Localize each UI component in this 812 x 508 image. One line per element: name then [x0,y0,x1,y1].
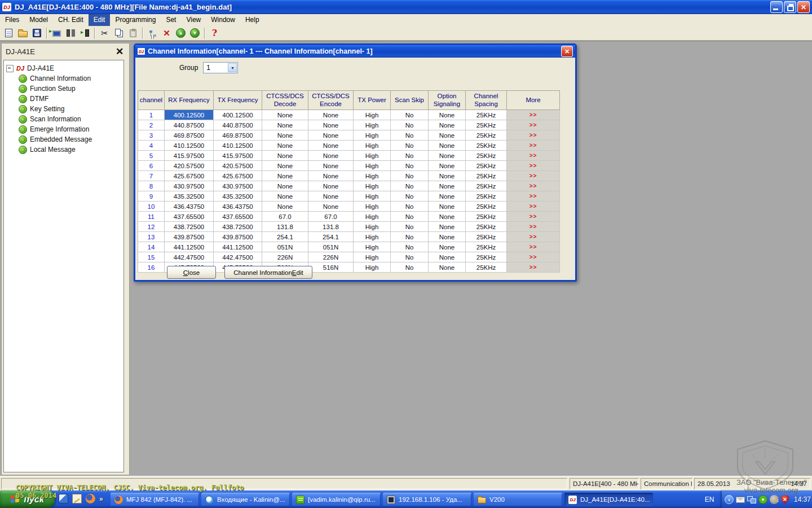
taskbar-button-vadim-kalinin-qip-ru[interactable]: [vadim.kalinin@qip.ru... [292,493,381,506]
table-cell[interactable]: None [429,151,466,161]
table-cell[interactable]: None [429,161,466,171]
table-cell[interactable]: None [429,222,466,232]
table-cell[interactable]: None [308,181,354,191]
more-cell[interactable]: >> [507,120,560,130]
table-cell[interactable]: None [429,232,466,242]
dialog-close-icon[interactable]: ✕ [561,46,573,57]
table-cell[interactable]: None [262,191,308,202]
table-cell[interactable]: 439.87500 [214,232,262,242]
menu-item-model[interactable]: Model [24,14,53,26]
read-from-pc-button[interactable] [50,27,64,40]
save-button[interactable] [30,27,44,40]
quick-launch-overflow-icon[interactable]: » [99,495,103,503]
table-cell[interactable]: 051N [262,242,308,252]
table-cell[interactable]: 438.72500 [214,222,262,232]
table-cell[interactable]: No [391,161,429,171]
column-header-channel[interactable]: channel [138,91,165,110]
table-cell[interactable]: 425.67500 [165,171,214,181]
table-cell[interactable]: No [391,181,429,191]
table-cell[interactable]: 25KHz [466,181,507,191]
more-cell[interactable]: >> [507,202,560,212]
table-cell[interactable]: None [308,120,354,130]
cut-button[interactable]: ✂ [98,27,112,40]
table-cell[interactable]: 420.57500 [214,161,262,171]
more-cell[interactable]: >> [507,141,560,151]
table-cell[interactable]: 400.12500 [165,110,214,120]
table-cell[interactable]: 469.87500 [214,130,262,141]
table-cell[interactable]: 25KHz [466,110,507,120]
tree-item-local-message[interactable]: Local Message [19,144,122,155]
table-cell[interactable]: None [308,161,354,171]
table-cell[interactable]: High [354,191,391,202]
table-cell[interactable]: 25KHz [466,161,507,171]
table-cell[interactable]: 415.97500 [214,151,262,161]
column-header-tx-power[interactable]: TX Power [354,91,391,110]
table-cell[interactable]: 7 [138,171,165,181]
table-cell[interactable]: None [262,202,308,212]
table-cell[interactable]: 420.57500 [165,161,214,171]
table-cell[interactable]: 254.1 [308,232,354,242]
table-cell[interactable]: High [354,262,391,273]
table-cell[interactable]: 440.87500 [165,120,214,130]
table-cell[interactable]: None [262,181,308,191]
table-cell[interactable]: 436.43750 [165,202,214,212]
move-up-button[interactable]: ▲ [174,27,188,40]
table-cell[interactable]: None [262,130,308,141]
column-header-rx-frequency[interactable]: RX Frequency [165,91,214,110]
table-cell[interactable]: 10 [138,202,165,212]
table-cell[interactable]: High [354,171,391,181]
table-cell[interactable]: 442.47500 [214,252,262,262]
tree-view-button[interactable] [145,27,160,40]
table-cell[interactable]: 425.67500 [214,171,262,181]
menu-item-help[interactable]: Help [240,14,264,26]
tree-root-dj-a41e[interactable]: DJDJ-A41E [5,63,122,73]
table-cell[interactable]: None [429,262,466,273]
table-cell[interactable]: No [391,242,429,252]
menu-item-programming[interactable]: Programming [110,14,161,26]
table-cell[interactable]: None [429,242,466,252]
more-cell[interactable]: >> [507,222,560,232]
table-cell[interactable]: 4 [138,141,165,151]
table-cell[interactable]: 11 [138,212,165,222]
column-header-ctcss-dcs-encode[interactable]: CTCSS/DCS Encode [308,91,354,110]
table-cell[interactable]: 16 [138,262,165,273]
table-cell[interactable]: High [354,141,391,151]
table-cell[interactable]: 131.8 [262,222,308,232]
tree-item-channel-information[interactable]: Channel Information [19,73,122,84]
table-cell[interactable]: 25KHz [466,262,507,273]
table-cell[interactable]: 131.8 [308,222,354,232]
table-cell[interactable]: No [391,171,429,181]
table-cell[interactable]: None [262,151,308,161]
network-icon[interactable] [747,495,756,504]
menu-item-edit[interactable]: Edit [89,14,111,26]
table-cell[interactable]: High [354,232,391,242]
table-cell[interactable]: 3 [138,130,165,141]
channel-information-edit-button[interactable]: Channel Information Edit [224,266,312,279]
table-cell[interactable]: None [308,202,354,212]
more-cell[interactable]: >> [507,151,560,161]
table-cell[interactable]: No [391,120,429,130]
table-cell[interactable]: 430.97500 [165,181,214,191]
table-cell[interactable]: No [391,130,429,141]
show-desktop-icon[interactable] [59,494,68,503]
tree-item-embedded-message[interactable]: Embedded Message [19,134,122,144]
tree-item-emerge-information[interactable]: Emerge Information [19,124,122,134]
table-cell[interactable]: None [308,141,354,151]
more-cell[interactable]: >> [507,262,560,273]
tree-item-key-setting[interactable]: Key Setting [19,104,122,114]
table-cell[interactable]: No [391,202,429,212]
menu-item-set[interactable]: Set [161,14,181,26]
tree-collapse-icon[interactable] [6,65,14,72]
more-cell[interactable]: >> [507,191,560,202]
table-cell[interactable]: 442.47500 [165,252,214,262]
table-cell[interactable]: No [391,262,429,273]
table-cell[interactable]: None [308,110,354,120]
table-cell[interactable]: No [391,141,429,151]
table-cell[interactable]: 25KHz [466,232,507,242]
table-cell[interactable]: High [354,222,391,232]
table-cell[interactable]: 5 [138,151,165,161]
menu-item-ch-edit[interactable]: CH. Edit [53,14,89,26]
table-cell[interactable]: No [391,232,429,242]
table-cell[interactable]: None [429,141,466,151]
table-cell[interactable]: High [354,252,391,262]
